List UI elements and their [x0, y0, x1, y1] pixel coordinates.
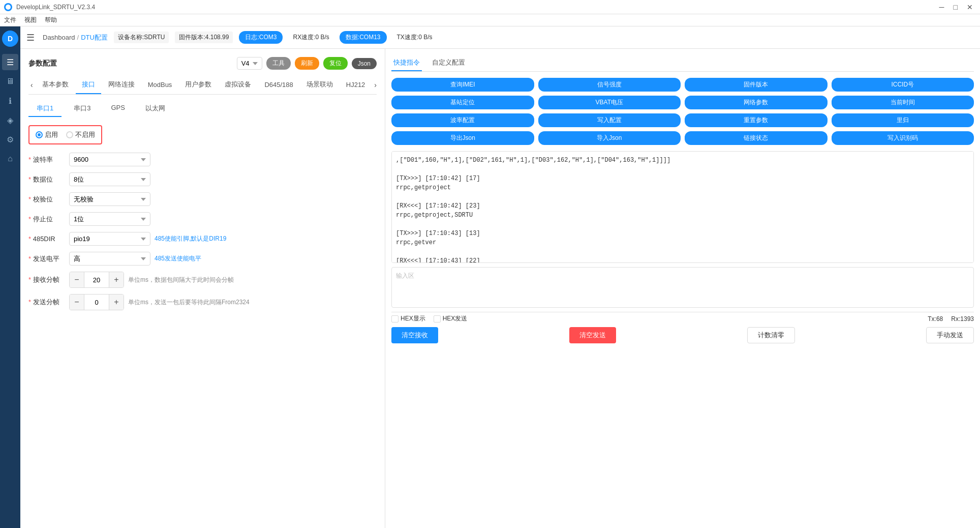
app-icon [4, 3, 12, 11]
minimize-btn[interactable]: ─ [936, 3, 947, 11]
tab-d645[interactable]: D645/188 [258, 77, 299, 94]
cmd-baud-config[interactable]: 波率配置 [391, 113, 534, 127]
menu-view[interactable]: 视图 [24, 16, 37, 24]
cmd-iccid[interactable]: ICCID号 [832, 78, 974, 92]
send-split-plus[interactable]: + [109, 295, 124, 310]
tx-label: Tx:68 [928, 315, 943, 322]
breadcrumb-current[interactable]: DTU配置 [81, 33, 108, 42]
tab-network[interactable]: 网络连接 [102, 76, 141, 94]
cmd-firmware-version[interactable]: 固件版本 [685, 78, 828, 92]
tool-button[interactable]: 工具 [266, 57, 291, 70]
quick-commands-grid: 查询IMEI 信号强度 固件版本 ICCID号 基站定位 VBAT电压 网络参数… [391, 78, 974, 145]
cmd-write-id[interactable]: 写入识别码 [832, 131, 974, 145]
recv-split-minus[interactable]: − [70, 272, 84, 287]
version-select[interactable]: V4 V3 [237, 57, 262, 70]
refresh-button[interactable]: 刷新 [295, 57, 319, 70]
cmd-link-status[interactable]: 链接状态 [685, 131, 828, 145]
cmd-import-json[interactable]: 导入Json [538, 131, 681, 145]
dir485-hint: 485使能引脚,默认是DIR19 [155, 234, 226, 243]
radio-enable[interactable]: 启用 [36, 130, 58, 139]
quick-tab-commands[interactable]: 快捷指令 [391, 55, 422, 71]
close-btn[interactable]: ✕ [964, 3, 976, 11]
svg-point-0 [6, 5, 11, 10]
menu-file[interactable]: 文件 [4, 16, 16, 24]
tab-arrow-left[interactable]: ‹ [28, 79, 35, 91]
left-sidebar: D ☰ 🖥 ℹ ◈ ⚙ ⌂ [0, 26, 20, 528]
cmd-query-imei[interactable]: 查询IMEI [391, 78, 534, 92]
input-area[interactable]: 输入区 [391, 267, 974, 308]
tab-virtual-device[interactable]: 虚拟设备 [219, 76, 257, 94]
toolbar-hamburger[interactable]: ☰ [26, 32, 35, 43]
stop-bits-select[interactable]: 1位 2位 [69, 212, 150, 226]
tab-interface[interactable]: 接口 [76, 76, 101, 94]
param-controls: V4 V3 工具 刷新 复位 Json [237, 57, 377, 70]
baud-rate-select[interactable]: 9600 1200 2400 4800 19200 38400 57600 11… [69, 153, 150, 166]
sidebar-icon-home[interactable]: ⌂ [2, 151, 18, 167]
log-button[interactable]: 日志:COM3 [239, 31, 283, 44]
hex-display-box [391, 315, 399, 322]
clear-recv-button[interactable]: 清空接收 [391, 327, 438, 343]
data-bits-select[interactable]: 8位 5位 6位 7位 [69, 172, 150, 186]
data-bits-label: 数据位 [28, 175, 69, 184]
radio-enable-dot [36, 131, 43, 138]
cmd-vbat[interactable]: VBAT电压 [538, 96, 681, 109]
dir485-label: 485DIR [28, 235, 69, 243]
hex-send-checkbox[interactable]: HEX发送 [434, 314, 468, 323]
sub-tab-gps[interactable]: GPS [103, 101, 133, 117]
send-level-label: 发送电平 [28, 254, 69, 263]
send-level-select[interactable]: 高 低 [69, 252, 150, 266]
sub-tab-serial1[interactable]: 串口1 [28, 101, 62, 117]
send-split-input[interactable] [84, 295, 109, 310]
dir485-select[interactable]: pio19 pio20 [69, 232, 150, 246]
recv-split-plus[interactable]: + [109, 272, 124, 287]
tab-modbus[interactable]: ModBus [142, 77, 178, 94]
parity-select[interactable]: 无校验 奇校验 偶校验 [69, 192, 150, 206]
sidebar-icon-tag[interactable]: ◈ [2, 112, 18, 128]
reset-button[interactable]: 复位 [323, 57, 348, 70]
sub-tab-ethernet[interactable]: 以太网 [137, 101, 173, 117]
tab-arrow-right[interactable]: › [372, 79, 379, 91]
count-clear-button[interactable]: 计数清零 [747, 327, 795, 343]
radio-disable[interactable]: 不启用 [66, 130, 95, 139]
breadcrumb-dashboard[interactable]: Dashboard [43, 34, 75, 41]
tab-hj212[interactable]: HJ212 [340, 77, 372, 94]
sidebar-icon-settings[interactable]: ⚙ [2, 131, 18, 148]
baud-rate-row: 波特率 9600 1200 2400 4800 19200 38400 5760… [28, 153, 377, 166]
manual-send-button[interactable]: 手动发送 [926, 327, 974, 343]
sidebar-icon-hamburger[interactable]: ☰ [2, 54, 18, 70]
bottom-bar: HEX显示 HEX发送 Tx:68 Rx:1393 [391, 312, 974, 325]
send-split-minus[interactable]: − [70, 295, 84, 310]
recv-split-input[interactable] [84, 272, 109, 287]
cmd-export-json[interactable]: 导出Json [391, 131, 534, 145]
cmd-current-time[interactable]: 当前时间 [832, 96, 974, 109]
cmd-base-station[interactable]: 基站定位 [391, 96, 534, 109]
data-bits-row: 数据位 8位 5位 6位 7位 [28, 172, 377, 186]
parity-label: 校验位 [28, 195, 69, 204]
sidebar-icon-monitor[interactable]: 🖥 [2, 73, 18, 90]
json-button[interactable]: Json [352, 58, 377, 69]
hex-display-checkbox[interactable]: HEX显示 [391, 314, 425, 323]
device-name: 设备名称:SDRTU [114, 32, 169, 43]
recv-split-stepper: − + [69, 272, 124, 288]
sidebar-icon-info[interactable]: ℹ [2, 93, 18, 109]
tab-scene[interactable]: 场景联动 [300, 76, 339, 94]
input-placeholder: 输入区 [396, 272, 414, 279]
cmd-network-params[interactable]: 网络参数 [685, 96, 828, 109]
console-content: ,["D01",160,"H",1],["D02",161,"H",1],["D… [396, 156, 969, 263]
menu-help[interactable]: 帮助 [45, 16, 57, 24]
tab-basic-params[interactable]: 基本参数 [36, 76, 75, 94]
sub-tab-serial3[interactable]: 串口3 [66, 101, 99, 117]
cmd-return[interactable]: 里归 [832, 113, 974, 127]
tab-user-params[interactable]: 用户参数 [179, 76, 218, 94]
menu-bar: 文件 视图 帮助 [0, 14, 980, 26]
clear-send-button[interactable]: 清空发送 [569, 327, 616, 343]
maximize-btn[interactable]: □ [951, 3, 961, 11]
enable-label: 启用 [45, 130, 58, 139]
cmd-write-config[interactable]: 写入配置 [538, 113, 681, 127]
quick-tab-custom[interactable]: 自定义配置 [430, 55, 467, 71]
cmd-reset-params[interactable]: 重置参数 [685, 113, 828, 127]
firmware-version: 固件版本:4.108.99 [175, 32, 233, 43]
data-button[interactable]: 数据:COM13 [340, 31, 387, 44]
action-buttons: 清空接收 清空发送 计数清零 手动发送 [391, 327, 974, 343]
cmd-signal-strength[interactable]: 信号强度 [538, 78, 681, 92]
